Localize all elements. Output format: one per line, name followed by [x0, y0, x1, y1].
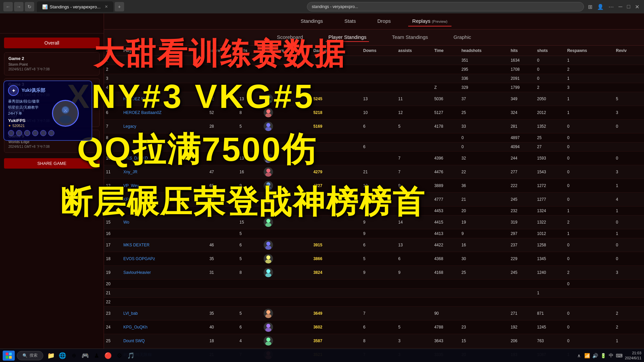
back-button[interactable]: ←: [3, 2, 13, 11]
game2-subtitle: Storm Point: [8, 62, 95, 66]
maximize-button[interactable]: □: [626, 2, 632, 11]
cell-player[interactable]: MKS DEXTER: [121, 238, 208, 252]
col-hits[interactable]: hits: [508, 46, 535, 56]
taskbar-app2-icon[interactable]: ♟: [92, 351, 102, 361]
cell-shots: 871: [535, 307, 565, 320]
col-characters[interactable]: characters: [262, 46, 311, 56]
cell-player[interactable]: [121, 298, 208, 307]
cell-player[interactable]: [121, 142, 208, 152]
cell-player[interactable]: [121, 56, 208, 65]
tray-network-icon[interactable]: 📶: [584, 353, 590, 359]
tray-up-arrow[interactable]: ∧: [576, 353, 582, 359]
cell-player[interactable]: [121, 229, 208, 238]
close-window-button[interactable]: ✕: [634, 2, 641, 11]
cell-player[interactable]: [121, 133, 208, 142]
col-score[interactable]: score: [207, 46, 237, 56]
subnav-player-standings[interactable]: Player Standings: [326, 33, 369, 42]
cell-player[interactable]: Xny_JR: [121, 165, 208, 179]
tab-standings[interactable]: Standings: [297, 16, 327, 26]
cell-player[interactable]: Legacy: [121, 120, 208, 133]
cell-headshots: 15: [460, 334, 509, 348]
subnav-scoreboard[interactable]: Scoreboard: [274, 33, 306, 42]
cell-player[interactable]: SavlourHeavier: [121, 266, 208, 280]
tab-drops[interactable]: Drops: [373, 16, 395, 26]
forward-button[interactable]: →: [14, 2, 23, 11]
col-headshots[interactable]: headshots: [460, 46, 509, 56]
cell-shots: 1324: [535, 206, 565, 216]
main-content: Standings Stats Drops Replays (Preview) …: [104, 13, 644, 362]
cell-player[interactable]: [121, 83, 208, 92]
taskbar-app5-icon[interactable]: 🎵: [126, 351, 136, 361]
cell-player[interactable]: [121, 289, 208, 298]
system-clock[interactable]: 21:03 2024/6/11: [625, 351, 641, 360]
cell-score: [207, 216, 237, 229]
col-reviv[interactable]: Reviv: [614, 46, 644, 56]
cell-score: [207, 83, 237, 92]
cell-rank: 2: [104, 65, 121, 74]
cell-damage: 3824: [311, 266, 361, 280]
cell-player[interactable]: VP_Wey: [121, 179, 208, 193]
col-assists[interactable]: assists: [396, 46, 432, 56]
subnav-team-standings[interactable]: Team Standings: [389, 33, 431, 42]
subnav-graphic[interactable]: Graphic: [451, 33, 474, 42]
col-time[interactable]: Time: [432, 46, 460, 56]
profile-button[interactable]: 👤: [596, 2, 605, 11]
col-shots[interactable]: shots: [535, 46, 565, 56]
tray-battery-icon[interactable]: 🔋: [600, 353, 606, 359]
tab-stats[interactable]: Stats: [340, 16, 360, 26]
overall-filter-button[interactable]: Overall: [4, 38, 100, 48]
active-tab[interactable]: 📊 Standings - veryapexpro... ✕: [37, 1, 113, 12]
tab-replays[interactable]: Replays (Preview): [408, 16, 451, 26]
taskbar-search[interactable]: 🔍 搜索: [17, 351, 43, 360]
col-damage[interactable]: Damage ▼: [311, 46, 361, 56]
col-player[interactable]: Player: [121, 46, 208, 56]
cell-player[interactable]: HEROEZ Bastlaan0Z: [121, 106, 208, 120]
cell-player[interactable]: Dount SWQ: [121, 334, 208, 348]
cell-player[interactable]: Wo: [121, 216, 208, 229]
cell-player[interactable]: KPG_OuQKh: [121, 320, 208, 334]
tray-input-icon[interactable]: 中: [608, 353, 614, 359]
cell-headshots: [460, 289, 509, 298]
cell-player[interactable]: MKS_DAZXD: [121, 152, 208, 165]
cell-player[interactable]: [121, 280, 208, 289]
svg-point-5: [265, 127, 271, 131]
minimize-button[interactable]: ─: [617, 2, 624, 11]
tab-bar: 📊 Standings - veryapexpro... ✕ +: [37, 1, 304, 12]
cell-player[interactable]: [121, 65, 208, 74]
col-respawns[interactable]: Respawns: [565, 46, 614, 56]
cell-characters: [262, 65, 311, 74]
taskbar-app3-icon[interactable]: 🔴: [103, 351, 113, 361]
tab-close-button[interactable]: ✕: [105, 4, 108, 9]
game-list-item[interactable]: Game 2 Storm Point 2024/6/11 GMT+8 下午7:0…: [4, 52, 100, 75]
cell-shots: 1543: [535, 165, 565, 179]
new-tab-button[interactable]: +: [115, 2, 124, 11]
cell-assists: [396, 307, 432, 320]
svg-point-37: [59, 115, 71, 123]
more-button[interactable]: ⋯: [607, 2, 615, 11]
tray-keyboard-icon[interactable]: ⌨: [616, 353, 622, 359]
cell-player[interactable]: HEROEZ Kisanss: [121, 92, 208, 106]
taskbar-file-icon[interactable]: 📁: [46, 351, 56, 361]
cell-kills: [237, 298, 262, 307]
cell-downs: 9: [361, 193, 396, 206]
col-downs[interactable]: Downs: [361, 46, 396, 56]
taskbar-app1-icon[interactable]: 🎮: [80, 351, 90, 361]
col-kills[interactable]: kills: [237, 46, 262, 56]
extensions-button[interactable]: ⊞: [587, 2, 594, 11]
address-bar[interactable]: standings - veryapexpro...: [307, 2, 584, 11]
start-button[interactable]: [3, 351, 15, 361]
cell-player[interactable]: [121, 206, 208, 216]
dot-icon-4: [32, 130, 38, 136]
taskbar-app4-icon[interactable]: ⚙: [114, 351, 124, 361]
taskbar-edge-icon[interactable]: 🌐: [57, 351, 67, 361]
cell-shots: 27: [535, 142, 565, 152]
cell-player[interactable]: [121, 74, 208, 83]
col-rank[interactable]: #: [104, 46, 121, 56]
refresh-button[interactable]: ↻: [25, 2, 34, 11]
tray-volume-icon[interactable]: 🔊: [592, 353, 598, 359]
cell-player[interactable]: LVl_bab: [121, 307, 208, 320]
taskbar-chrome-icon[interactable]: ⊕: [69, 351, 79, 361]
cell-player[interactable]: EVOS GOPGAPz: [121, 252, 208, 266]
share-game-button[interactable]: SHARE GAME: [4, 158, 100, 169]
cell-player[interactable]: KPG_OuQBible: [121, 193, 208, 206]
